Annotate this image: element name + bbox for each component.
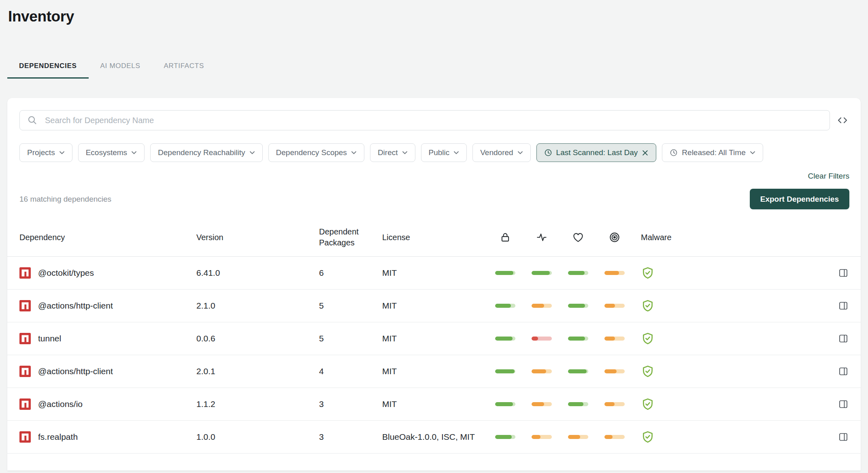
filter-chip-last-scanned[interactable]: Last Scanned: Last Day (536, 143, 657, 162)
npm-ecosystem-icon (19, 366, 31, 377)
npm-ecosystem-icon (19, 300, 31, 311)
chevron-down-icon (517, 150, 523, 155)
dependency-license: MIT (382, 331, 487, 346)
activity-score-bar (523, 304, 560, 308)
side-panel-icon[interactable] (837, 365, 849, 377)
filter-public[interactable]: Public (421, 143, 467, 162)
filter-released[interactable]: Released: All Time (662, 143, 763, 162)
dependency-license: BlueOak-1.0.0, ISC, MIT (382, 429, 487, 445)
chevron-down-icon (453, 150, 459, 155)
column-header-license: License (382, 233, 487, 242)
dependent-packages-count: 5 (319, 301, 382, 311)
filter-direct[interactable]: Direct (370, 143, 415, 162)
chevron-down-icon (249, 150, 255, 155)
dependent-packages-count: 4 (319, 366, 382, 376)
clock-icon (544, 149, 552, 157)
tab-bar: DEPENDENCIES AI MODELS ARTIFACTS (7, 54, 861, 79)
dependency-name: @actions/http-client (38, 301, 113, 311)
dependency-version: 1.1.2 (196, 399, 319, 409)
popularity-score-bar (560, 402, 596, 406)
quality-score-bar (596, 369, 633, 373)
malware-safe-icon (633, 364, 696, 378)
tab-dependencies[interactable]: DEPENDENCIES (7, 54, 89, 79)
malware-safe-icon (633, 430, 696, 444)
dependency-name: @actions/io (38, 399, 83, 409)
side-panel-icon[interactable] (837, 398, 849, 410)
malware-safe-icon (633, 397, 696, 411)
heart-icon (560, 231, 596, 243)
table-row[interactable]: @actions/http-client 2.1.0 5 MIT (7, 290, 861, 322)
activity-score-bar (523, 271, 560, 275)
dependency-name: @actions/http-client (38, 366, 113, 376)
dependencies-table: Dependency Version Dependent Packages Li… (7, 218, 861, 454)
dependent-packages-count: 6 (319, 268, 382, 278)
table-row[interactable]: @actions/http-client 2.0.1 4 MIT (7, 355, 861, 388)
dependency-name: fs.realpath (38, 432, 78, 442)
search-input[interactable] (44, 115, 822, 126)
close-icon[interactable] (642, 149, 649, 156)
clock-icon (670, 149, 678, 157)
table-row[interactable]: @octokit/types 6.41.0 6 MIT (7, 257, 861, 290)
filter-dependency-reachability[interactable]: Dependency Reachability (150, 143, 262, 162)
activity-score-bar (523, 337, 560, 341)
table-header-row: Dependency Version Dependent Packages Li… (7, 218, 861, 257)
tab-ai-models[interactable]: AI MODELS (89, 54, 152, 79)
dependency-version: 0.0.6 (196, 334, 319, 343)
dependency-license: MIT (382, 364, 487, 379)
filter-bar: Projects Ecosystems Dependency Reachabil… (19, 143, 849, 162)
column-header-malware: Malware (633, 233, 696, 242)
column-header-dependency: Dependency (19, 233, 196, 242)
table-row[interactable]: fs.realpath 1.0.0 3 BlueOak-1.0.0, ISC, … (7, 421, 861, 454)
chevron-down-icon (402, 150, 408, 155)
table-row[interactable]: @actions/io 1.1.2 3 MIT (7, 388, 861, 421)
filter-vendored[interactable]: Vendored (472, 143, 530, 162)
activity-icon (523, 231, 560, 243)
chevron-down-icon (131, 150, 137, 155)
popularity-score-bar (560, 337, 596, 341)
dependent-packages-count: 5 (319, 334, 382, 343)
side-panel-icon[interactable] (837, 431, 849, 443)
security-score-bar (487, 304, 523, 308)
results-summary: 16 matching dependencies (19, 195, 111, 204)
filter-ecosystems[interactable]: Ecosystems (78, 143, 145, 162)
dependency-version: 6.41.0 (196, 268, 319, 278)
dependent-packages-count: 3 (319, 432, 382, 442)
npm-ecosystem-icon (19, 431, 31, 443)
dependency-license: MIT (382, 396, 487, 412)
malware-safe-icon (633, 332, 696, 345)
filter-dependency-scopes[interactable]: Dependency Scopes (268, 143, 364, 162)
dependency-name: @octokit/types (38, 268, 94, 278)
npm-ecosystem-icon (19, 398, 31, 410)
side-panel-icon[interactable] (837, 300, 849, 312)
dependency-version: 2.1.0 (196, 301, 319, 311)
quality-score-bar (596, 402, 633, 406)
tab-artifacts[interactable]: ARTIFACTS (152, 54, 216, 79)
clear-filters-button[interactable]: Clear Filters (808, 172, 849, 181)
malware-safe-icon (633, 299, 696, 313)
dependency-name: tunnel (38, 334, 61, 343)
activity-score-bar (523, 369, 560, 373)
column-header-version: Version (196, 233, 319, 242)
dependency-license: MIT (382, 298, 487, 313)
filter-projects[interactable]: Projects (19, 143, 72, 162)
activity-score-bar (523, 435, 560, 439)
search-box (19, 110, 830, 130)
quality-score-bar (596, 304, 633, 308)
dependencies-panel: Projects Ecosystems Dependency Reachabil… (7, 98, 861, 471)
popularity-score-bar (560, 304, 596, 308)
lock-icon (487, 231, 523, 243)
chevron-down-icon (59, 150, 65, 155)
table-row[interactable]: tunnel 0.0.6 5 MIT (7, 322, 861, 355)
npm-ecosystem-icon (19, 333, 31, 344)
side-panel-icon[interactable] (837, 267, 849, 279)
security-score-bar (487, 271, 523, 275)
quality-score-bar (596, 435, 633, 439)
export-dependencies-button[interactable]: Export Dependencies (750, 189, 849, 209)
dependent-packages-count: 3 (319, 399, 382, 409)
column-header-dependent-packages: Dependent Packages (319, 226, 382, 248)
code-icon[interactable] (836, 113, 849, 127)
side-panel-icon[interactable] (837, 332, 849, 345)
dependency-version: 2.0.1 (196, 366, 319, 376)
page-title: Inventory (7, 8, 861, 25)
npm-ecosystem-icon (19, 267, 31, 279)
